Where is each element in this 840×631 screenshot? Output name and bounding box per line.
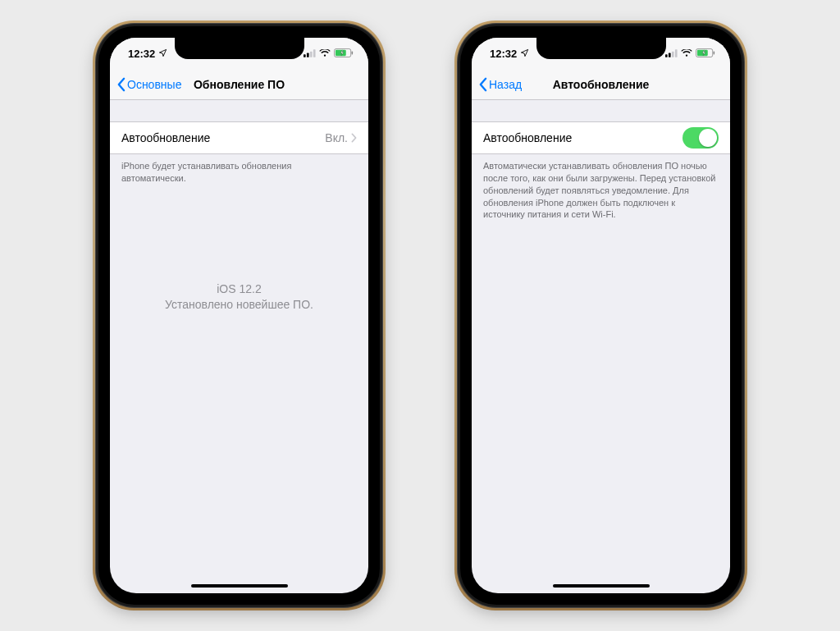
nav-bar: Назад Автообновление (472, 69, 730, 100)
back-label: Назад (489, 78, 522, 91)
up-to-date-label: Установлено новейшее ПО. (110, 297, 368, 313)
phone-mockup-left: 12:32 (95, 23, 383, 608)
wifi-icon (681, 48, 692, 60)
svg-rect-13 (714, 51, 714, 54)
content-area: Автообновление Автоматически устанавлива… (472, 100, 730, 221)
status-left: 12:32 (490, 48, 529, 60)
phone-bezel: 12:32 (460, 26, 742, 605)
center-info: iOS 12.2 Установлено новейшее ПО. (110, 281, 368, 313)
footer-note: Автоматически устанавливать обновления П… (472, 154, 730, 221)
status-right (304, 48, 354, 60)
svg-rect-8 (669, 53, 671, 57)
status-right (665, 48, 715, 60)
cellular-icon (665, 48, 678, 60)
row-detail: Вкл. (325, 131, 357, 144)
nav-bar: Основные Обновление ПО (110, 69, 368, 100)
screen: 12:32 (110, 38, 368, 593)
svg-rect-10 (675, 49, 678, 57)
auto-update-toggle-row: Автообновление (472, 121, 730, 154)
chevron-left-icon (478, 77, 487, 92)
back-label: Основные (127, 78, 181, 91)
row-value: Вкл. (325, 131, 348, 144)
svg-rect-3 (313, 49, 316, 57)
ios-version-label: iOS 12.2 (110, 281, 368, 298)
phone-mockup-right: 12:32 (457, 23, 745, 608)
phone-bezel: 12:32 (98, 26, 380, 605)
svg-rect-1 (307, 53, 309, 57)
content-area: Автообновление Вкл. iPhone будет устанав… (110, 100, 368, 313)
row-label: Автообновление (483, 131, 572, 144)
row-label: Автообновление (121, 131, 210, 144)
location-icon (158, 48, 167, 60)
status-time: 12:32 (490, 48, 517, 60)
battery-charging-icon (334, 48, 354, 60)
back-button[interactable]: Основные (116, 77, 181, 92)
cellular-icon (304, 48, 316, 60)
battery-charging-icon (696, 48, 715, 60)
status-time: 12:32 (128, 48, 155, 60)
notch (536, 38, 666, 59)
wifi-icon (319, 48, 331, 60)
svg-rect-6 (352, 51, 353, 54)
svg-rect-0 (304, 54, 306, 57)
footer-note: iPhone будет устанавливать обновления ав… (110, 154, 368, 185)
auto-update-row[interactable]: Автообновление Вкл. (110, 121, 368, 154)
location-icon (520, 48, 529, 60)
svg-rect-2 (310, 51, 313, 57)
back-button[interactable]: Назад (478, 77, 522, 92)
chevron-left-icon (116, 77, 126, 92)
auto-update-toggle[interactable] (682, 127, 719, 149)
notch (175, 38, 304, 59)
home-indicator[interactable] (553, 584, 650, 588)
screen: 12:32 (472, 38, 730, 593)
home-indicator[interactable] (191, 584, 288, 588)
status-left: 12:32 (128, 48, 167, 60)
svg-rect-7 (665, 54, 668, 57)
chevron-right-icon (351, 133, 357, 143)
svg-rect-9 (672, 51, 674, 57)
